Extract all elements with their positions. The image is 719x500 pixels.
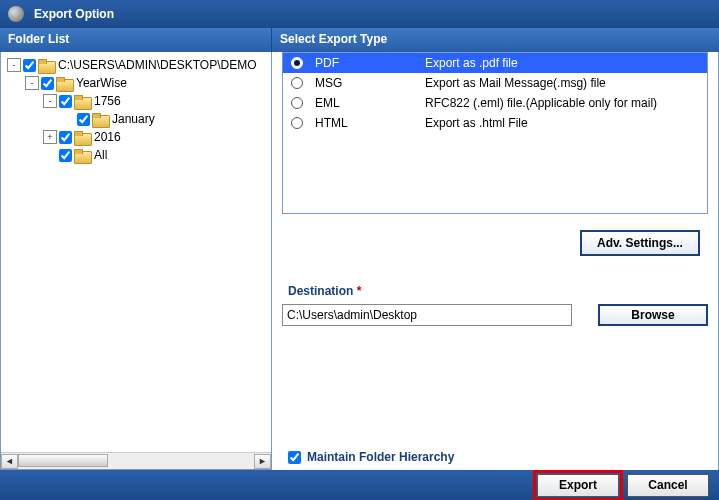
- folder-icon: [74, 95, 90, 108]
- export-options-panel: PDFExport as .pdf fileMSGExport as Mail …: [272, 52, 719, 470]
- window-title: Export Option: [34, 7, 114, 21]
- title-bar: Export Option: [0, 0, 719, 28]
- horizontal-scrollbar[interactable]: ◄ ►: [1, 452, 271, 469]
- adv-settings-button[interactable]: Adv. Settings...: [580, 230, 700, 256]
- footer-bar: Export Cancel: [0, 470, 719, 500]
- type-desc: RFC822 (.eml) file.(Applicable only for …: [425, 96, 699, 110]
- tree-label: 1756: [94, 94, 121, 108]
- type-code: HTML: [315, 116, 425, 130]
- collapse-icon[interactable]: -: [7, 58, 21, 72]
- type-code: PDF: [315, 56, 425, 70]
- folder-icon: [74, 149, 90, 162]
- tree-label: January: [112, 112, 155, 126]
- tree-checkbox[interactable]: [59, 131, 72, 144]
- export-type-header: Select Export Type: [272, 28, 719, 52]
- folder-icon: [56, 77, 72, 90]
- maintain-label: Maintain Folder Hierarchy: [307, 450, 454, 464]
- tree-item[interactable]: -YearWise: [1, 74, 271, 92]
- folder-list-header: Folder List: [0, 28, 272, 52]
- cancel-button[interactable]: Cancel: [627, 474, 709, 497]
- tree-item[interactable]: January: [1, 110, 271, 128]
- app-icon: [8, 6, 24, 22]
- export-type-row[interactable]: PDFExport as .pdf file: [283, 53, 707, 73]
- export-type-row[interactable]: HTMLExport as .html File: [283, 113, 707, 133]
- collapse-icon[interactable]: -: [43, 94, 57, 108]
- tree-item[interactable]: -C:\USERS\ADMIN\DESKTOP\DEMO: [1, 56, 271, 74]
- collapse-icon[interactable]: -: [25, 76, 39, 90]
- folder-icon: [74, 131, 90, 144]
- tree-checkbox[interactable]: [41, 77, 54, 90]
- twisty-spacer: [43, 148, 57, 162]
- folder-tree-panel: -C:\USERS\ADMIN\DESKTOP\DEMO-YearWise-17…: [0, 52, 272, 470]
- scroll-right-button[interactable]: ►: [254, 454, 271, 469]
- type-desc: Export as .html File: [425, 116, 699, 130]
- scroll-track[interactable]: [18, 454, 254, 469]
- export-type-row[interactable]: MSGExport as Mail Message(.msg) file: [283, 73, 707, 93]
- tree-label: All: [94, 148, 107, 162]
- radio-button[interactable]: [291, 77, 303, 89]
- twisty-spacer: [61, 112, 75, 126]
- destination-label: Destination *: [288, 284, 708, 298]
- tree-item[interactable]: -1756: [1, 92, 271, 110]
- scroll-left-button[interactable]: ◄: [1, 454, 18, 469]
- tree-label: YearWise: [76, 76, 127, 90]
- type-desc: Export as Mail Message(.msg) file: [425, 76, 699, 90]
- tree-checkbox[interactable]: [77, 113, 90, 126]
- expand-icon[interactable]: +: [43, 130, 57, 144]
- type-desc: Export as .pdf file: [425, 56, 699, 70]
- tree-label: C:\USERS\ADMIN\DESKTOP\DEMO: [58, 58, 256, 72]
- type-code: EML: [315, 96, 425, 110]
- tree-checkbox[interactable]: [23, 59, 36, 72]
- tree-checkbox[interactable]: [59, 149, 72, 162]
- maintain-hierarchy-checkbox[interactable]: Maintain Folder Hierarchy: [288, 450, 454, 464]
- tree-checkbox[interactable]: [59, 95, 72, 108]
- scroll-thumb[interactable]: [18, 454, 108, 467]
- export-type-list: PDFExport as .pdf fileMSGExport as Mail …: [282, 52, 708, 214]
- folder-icon: [92, 113, 108, 126]
- folder-tree[interactable]: -C:\USERS\ADMIN\DESKTOP\DEMO-YearWise-17…: [1, 52, 271, 452]
- radio-button[interactable]: [291, 57, 303, 69]
- folder-icon: [38, 59, 54, 72]
- export-button[interactable]: Export: [537, 474, 619, 497]
- browse-button[interactable]: Browse: [598, 304, 708, 326]
- tree-item[interactable]: +2016: [1, 128, 271, 146]
- radio-button[interactable]: [291, 117, 303, 129]
- maintain-checkbox-input[interactable]: [288, 451, 301, 464]
- tree-item[interactable]: All: [1, 146, 271, 164]
- type-code: MSG: [315, 76, 425, 90]
- destination-input[interactable]: [282, 304, 572, 326]
- section-header: Folder List Select Export Type: [0, 28, 719, 52]
- tree-label: 2016: [94, 130, 121, 144]
- export-type-row[interactable]: EMLRFC822 (.eml) file.(Applicable only f…: [283, 93, 707, 113]
- radio-button[interactable]: [291, 97, 303, 109]
